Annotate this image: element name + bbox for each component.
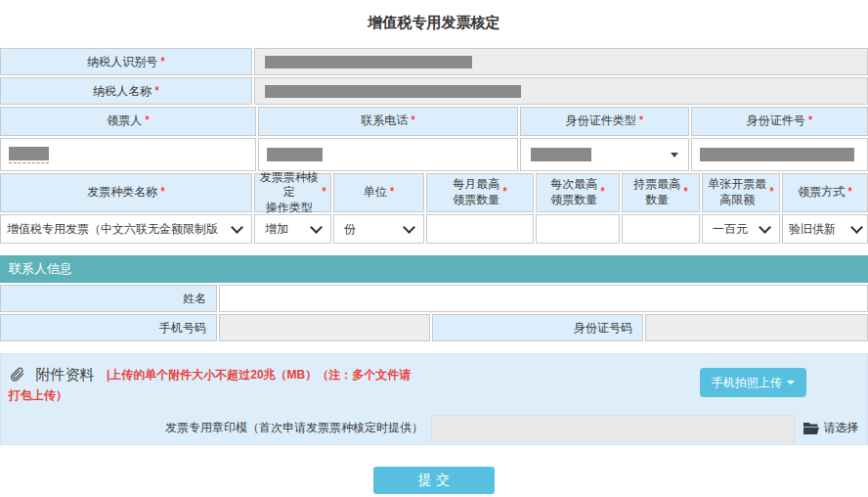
chevron-down-icon bbox=[403, 221, 415, 234]
redaction-bar bbox=[267, 148, 323, 161]
required-asterisk: * bbox=[683, 185, 688, 201]
required-asterisk: * bbox=[145, 113, 150, 129]
camera-upload-button[interactable]: 手机拍照上传 bbox=[700, 368, 806, 397]
invoice-single-limit-header: 单张开票最 高限额* bbox=[702, 173, 780, 212]
contact-id-label: 身份证号码 bbox=[432, 314, 643, 341]
invoice-per-time-max-header: 每次最高 领票数量* bbox=[536, 173, 620, 212]
contact-section: 联系人信息 姓名 手机号码 身份证号码 bbox=[0, 255, 868, 341]
collector-id-type-select[interactable] bbox=[520, 138, 689, 171]
caret-down-icon bbox=[787, 381, 795, 384]
paperclip-icon bbox=[9, 366, 25, 383]
taxpayer-name-label: 纳税人名称* bbox=[0, 77, 252, 105]
invoice-kind-select[interactable]: 增值税专用发票（中文六联无金额限制版 bbox=[0, 214, 252, 244]
chevron-down-icon bbox=[850, 221, 863, 234]
invoice-holding-max-input[interactable] bbox=[622, 214, 700, 244]
redaction-bar bbox=[265, 85, 521, 98]
invoice-op-type-header: 发票票种核定 操作类型* bbox=[254, 173, 331, 212]
contact-mobile-label: 手机号码 bbox=[0, 314, 217, 341]
collector-person-input[interactable] bbox=[0, 138, 256, 171]
invoice-unit-header: 单位* bbox=[333, 173, 424, 212]
invoice-per-time-max-input[interactable] bbox=[536, 214, 620, 244]
attachments-header: 附件资料 |上传的单个附件大小不超过20兆（MB）（注：多个文件请打包上传） 手… bbox=[1, 354, 867, 411]
invoice-monthly-max-header: 每月最高 领票数量* bbox=[426, 173, 534, 212]
required-asterisk: * bbox=[322, 185, 326, 201]
invoice-method-select[interactable]: 验旧供新 bbox=[782, 214, 868, 244]
submit-button[interactable]: 提 交 bbox=[373, 467, 495, 494]
invoice-single-limit-select[interactable]: 一百元 bbox=[702, 214, 780, 244]
invoice-monthly-max-input[interactable] bbox=[426, 214, 534, 244]
chevron-down-icon bbox=[310, 221, 323, 234]
collector-id-number-header: 身份证件号* bbox=[691, 107, 868, 136]
collector-phone-header: 联系电话* bbox=[258, 107, 518, 136]
contact-section-header: 联系人信息 bbox=[0, 255, 868, 283]
seal-upload-field bbox=[431, 415, 795, 442]
redaction-bar bbox=[9, 147, 49, 160]
taxpayer-id-label: 纳税人识别号* bbox=[0, 48, 252, 75]
folder-icon bbox=[803, 422, 819, 434]
taxpayer-name-field bbox=[254, 77, 868, 105]
attachments-title: 附件资料 bbox=[35, 366, 94, 383]
invoice-kind-header: 发票种类名称* bbox=[0, 173, 252, 212]
required-asterisk: * bbox=[160, 55, 165, 68]
redaction-bar bbox=[265, 56, 472, 68]
contact-id-field bbox=[645, 314, 868, 341]
required-asterisk: * bbox=[847, 185, 852, 201]
submit-area: 提 交 bbox=[0, 467, 868, 494]
required-asterisk: * bbox=[411, 113, 415, 129]
collector-id-type-header: 身份证件类型* bbox=[520, 107, 689, 136]
required-asterisk: * bbox=[390, 185, 395, 201]
required-asterisk: * bbox=[160, 185, 165, 201]
required-asterisk: * bbox=[600, 185, 605, 201]
invoice-op-type-select[interactable]: 增加 bbox=[254, 214, 331, 244]
redaction-bar bbox=[700, 148, 854, 161]
contact-name-label: 姓名 bbox=[0, 285, 217, 312]
vat-invoice-verification-page: 增值税专用发票核定 纳税人识别号* 纳税人名称* 领票人* 联系电话* bbox=[0, 0, 868, 494]
invoice-holding-max-header: 持票最高 数量* bbox=[622, 173, 700, 212]
chevron-down-icon bbox=[759, 221, 771, 234]
invoice-unit-select[interactable]: 份 bbox=[333, 214, 424, 244]
redaction-bar bbox=[531, 148, 591, 161]
page-title: 增值税专用发票核定 bbox=[0, 0, 868, 32]
required-asterisk: * bbox=[769, 185, 774, 201]
contact-name-input[interactable] bbox=[219, 285, 868, 312]
required-asterisk: * bbox=[808, 113, 813, 129]
required-asterisk: * bbox=[154, 84, 159, 98]
chevron-down-icon bbox=[231, 221, 243, 234]
required-asterisk: * bbox=[502, 185, 507, 201]
choose-file-button[interactable]: 请选择 bbox=[795, 420, 867, 436]
required-asterisk: * bbox=[639, 113, 644, 129]
invoice-method-header: 领票方式* bbox=[782, 173, 868, 212]
collector-phone-input[interactable] bbox=[258, 138, 518, 171]
contact-mobile-field bbox=[219, 314, 430, 341]
seal-label: 发票专用章印模（首次申请发票票种核定时提供） bbox=[1, 420, 431, 436]
taxpayer-table: 纳税人识别号* 纳税人名称* 领票人* 联系电话* 身份证件类型* bbox=[0, 48, 868, 244]
seal-upload-row: 发票专用章印模（首次申请发票票种核定时提供） 请选择 bbox=[1, 413, 867, 444]
collector-id-number-input[interactable] bbox=[691, 138, 868, 171]
collector-person-header: 领票人* bbox=[0, 107, 256, 136]
attachments-section: 附件资料 |上传的单个附件大小不超过20兆（MB）（注：多个文件请打包上传） 手… bbox=[0, 353, 868, 445]
taxpayer-id-field bbox=[254, 48, 868, 75]
chevron-down-icon bbox=[671, 153, 678, 158]
